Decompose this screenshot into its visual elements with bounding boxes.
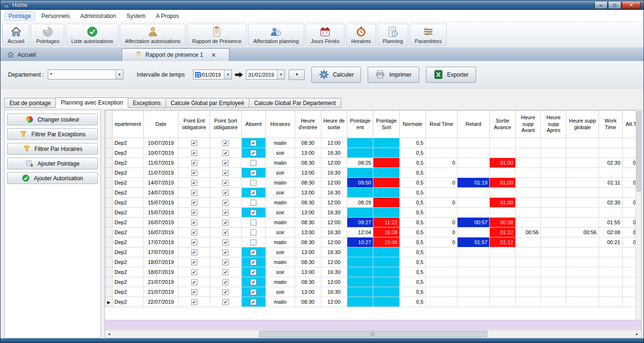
checkbox-checked[interactable]: ✔ (191, 180, 197, 186)
toolbar-rapport-de-presence-button[interactable]: Rapport de Présence (187, 24, 247, 46)
cell-date[interactable]: 10/07/2019 (143, 138, 178, 148)
cell-retard[interactable] (457, 168, 489, 178)
cell-pent[interactable]: ✔ (178, 228, 210, 237)
cell-hsg[interactable]: 00:56 (566, 228, 599, 237)
cell-absent[interactable] (241, 218, 265, 228)
date-from-picker[interactable]: 11/01/2019 ▼ (193, 70, 232, 79)
cell-ps[interactable] (373, 158, 399, 168)
checkbox-checked[interactable]: ✔ (222, 150, 229, 156)
column-header-absent[interactable]: Absent (241, 111, 265, 138)
toolbar-jours-feries-button[interactable]: Jours Fériés (306, 24, 345, 46)
cell-psort[interactable]: ✔ (210, 168, 242, 178)
cell-sa[interactable] (490, 138, 516, 148)
cell-hsap[interactable] (541, 168, 566, 178)
cell-he[interactable]: 13:00 (295, 148, 321, 158)
cell-horaires[interactable]: matin (265, 198, 295, 208)
cell-dept[interactable]: Dep2 (113, 138, 144, 148)
cell-he[interactable]: 13:00 (295, 228, 321, 237)
cell-absent[interactable] (241, 158, 265, 168)
cell-hsap[interactable] (541, 198, 566, 208)
cell-he[interactable]: 13:00 (295, 168, 321, 178)
ajouter-pointage-button[interactable]: Ajouter Pointage (7, 158, 98, 169)
cell-sa[interactable] (490, 188, 516, 198)
cell-absent[interactable]: ✔ (241, 267, 265, 277)
column-header-hsap[interactable]: Heure supp Apres (541, 111, 566, 138)
checkbox-unchecked[interactable] (250, 160, 256, 166)
cell-ps[interactable] (373, 178, 399, 188)
cell-horaires[interactable]: soir (265, 247, 295, 257)
toolbar-affectation-autorisations-button[interactable]: Affectation autorisations (120, 24, 185, 46)
cell-retard[interactable] (457, 188, 489, 198)
ajouter-autorisation-button[interactable]: Ajouter Autorisation (7, 172, 98, 184)
column-header-pe[interactable]: Pointage ent (347, 111, 373, 138)
grid-row[interactable]: Dep214/07/2019✔✔matin08:3012:0009:500,50… (106, 178, 641, 188)
cell-date[interactable]: 14/07/2019 (143, 188, 178, 198)
cell-absent[interactable]: ✔ (241, 247, 265, 257)
cell-normale[interactable]: 0,5 (399, 168, 425, 178)
cell-psort[interactable]: ✔ (210, 257, 242, 267)
cell-rt[interactable] (425, 297, 457, 307)
column-header-he[interactable]: Heure d'entrée (295, 111, 321, 138)
cell-he[interactable]: 13:00 (295, 287, 321, 297)
cell-dept[interactable]: Dep2 (113, 267, 144, 277)
cell-he[interactable]: 08:30 (295, 198, 321, 208)
view-tab-planning-avec-exception[interactable]: Planning avec Exception (55, 97, 128, 108)
cell-pent[interactable]: ✔ (178, 277, 210, 287)
checkbox-checked[interactable]: ✔ (222, 160, 229, 166)
scrollbar-thumb[interactable] (636, 111, 641, 192)
export-button[interactable]: Exporter (426, 67, 476, 83)
checkbox-checked[interactable]: ✔ (250, 170, 256, 176)
cell-sa[interactable]: 01:00 (490, 198, 516, 208)
cell-ps[interactable] (373, 297, 399, 307)
cell-hs[interactable]: 12:00 (321, 138, 347, 148)
cell-wt[interactable] (599, 267, 622, 277)
cell-psort[interactable]: ✔ (210, 218, 242, 228)
grid-row[interactable]: Dep218/07/2019✔✔✔soir13:0016:300,5 (106, 267, 641, 277)
cell-normale[interactable]: 0,5 (399, 267, 425, 277)
cell-wt[interactable]: 01:55 (599, 218, 622, 228)
chevron-down-icon[interactable]: ▼ (224, 70, 231, 79)
cell-hs[interactable]: 16:30 (321, 267, 347, 277)
cell-hsap[interactable] (541, 158, 566, 168)
cell-normale[interactable]: 0,5 (399, 287, 425, 297)
cell-hsap[interactable] (541, 247, 566, 257)
checkbox-checked[interactable]: ✔ (191, 200, 197, 206)
cell-retard[interactable] (457, 158, 489, 168)
cell-dept[interactable]: Dep2 (113, 257, 144, 267)
cell-pe[interactable]: 09:50 (347, 178, 373, 188)
cell-sa[interactable]: 01:22 (490, 228, 516, 237)
cell-sa[interactable] (490, 267, 516, 277)
cell-normale[interactable]: 0,5 (399, 148, 425, 158)
cell-absent[interactable]: ✔ (241, 148, 265, 158)
cell-hsg[interactable] (566, 257, 599, 267)
cell-hsa[interactable] (515, 237, 541, 247)
cell-hsa[interactable] (515, 208, 541, 218)
cell-hs[interactable]: 12:00 (321, 277, 347, 287)
grid-row[interactable]: Dep215/07/2019✔✔matin08:3012:0008:290,50… (106, 198, 641, 208)
cell-hsap[interactable] (541, 148, 566, 158)
cell-pe[interactable] (347, 168, 373, 178)
cell-he[interactable]: 13:00 (295, 267, 321, 277)
checkbox-unchecked[interactable] (250, 239, 256, 246)
cell-retard[interactable] (457, 138, 489, 148)
checkbox-checked[interactable]: ✔ (250, 279, 256, 285)
cell-psort[interactable]: ✔ (210, 148, 242, 158)
cell-horaires[interactable]: matin (265, 297, 295, 307)
cell-hs[interactable]: 16:30 (321, 188, 347, 198)
column-header-ps[interactable]: Pointage Sort (373, 111, 399, 138)
cell-hsa[interactable] (515, 297, 541, 307)
cell-normale[interactable]: 0,5 (399, 257, 425, 267)
checkbox-checked[interactable]: ✔ (222, 229, 229, 236)
cell-absent[interactable]: ✔ (241, 297, 265, 307)
cell-hs[interactable]: 12:00 (321, 237, 347, 247)
cell-pe[interactable] (347, 277, 373, 287)
cell-he[interactable]: 08:30 (295, 297, 321, 307)
column-header-horaires[interactable]: Horaires (265, 111, 295, 138)
cell-sa[interactable] (490, 208, 516, 218)
cell-hsa[interactable] (515, 148, 541, 158)
cell-hsap[interactable] (541, 277, 566, 287)
cell-pent[interactable]: ✔ (178, 247, 210, 257)
checkbox-checked[interactable]: ✔ (250, 299, 256, 305)
cell-rt[interactable] (425, 208, 457, 218)
checkbox-checked[interactable]: ✔ (191, 259, 197, 265)
